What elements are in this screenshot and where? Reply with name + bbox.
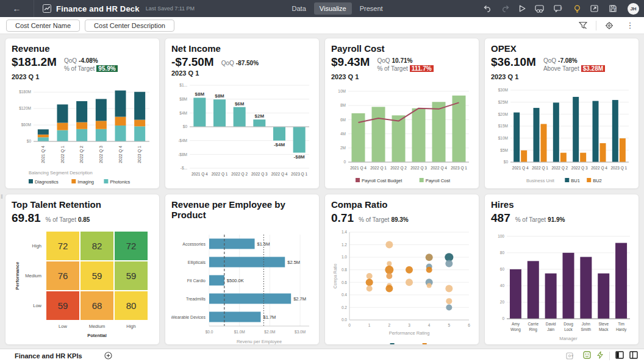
svg-text:-$...: -$... [181, 166, 187, 170]
tab-visualize[interactable]: Visualize [314, 2, 352, 15]
toggle-right-panel-icon[interactable] [629, 350, 638, 361]
svg-text:Diagnostics: Diagnostics [35, 179, 59, 185]
svg-text:2022 Q 2: 2022 Q 2 [551, 166, 568, 171]
svg-text:$2.7M: $2.7M [293, 296, 306, 302]
back-button[interactable]: ← [0, 0, 34, 17]
period-label: 2023 Q 1 [171, 69, 313, 77]
svg-text:-$8M: -$8M [294, 154, 306, 159]
svg-text:$2.5M: $2.5M [287, 260, 300, 265]
svg-text:$8M: $8M [195, 91, 205, 97]
filter-icon[interactable] [575, 18, 591, 33]
svg-text:2021 Q 4: 2021 Q 4 [191, 172, 208, 177]
svg-text:Photonics: Photonics [110, 179, 130, 185]
card-revenue-per-employee: Revenue per Employee by Product $0.0$1.0… [165, 194, 320, 345]
svg-text:Potential: Potential [87, 333, 107, 338]
svg-text:1.0: 1.0 [342, 255, 347, 259]
svg-text:Medium: Medium [25, 273, 41, 279]
svg-text:2: 2 [388, 323, 391, 327]
page-tab-finance-hr-kpis[interactable]: Finance and HR KPIs [6, 351, 87, 361]
schedule-refresh-icon[interactable] [531, 1, 547, 16]
svg-text:$1.0M: $1.0M [234, 330, 245, 334]
svg-text:76: 76 [58, 270, 68, 280]
svg-text:$30M: $30M [498, 88, 508, 92]
hires-chart[interactable]: 020406080100AmyWongCarrieRingDavidJainDo… [491, 229, 632, 345]
svg-text:40: 40 [500, 283, 505, 288]
svg-text:20: 20 [500, 300, 505, 304]
app-badge-icon[interactable] [583, 350, 591, 361]
svg-text:0.0: 0.0 [342, 318, 347, 322]
svg-text:2023 Q 1: 2023 Q 1 [610, 166, 627, 171]
svg-text:$6M: $6M [235, 101, 245, 107]
svg-text:0.8: 0.8 [342, 268, 347, 272]
kebab-menu-icon[interactable]: ⋮ [622, 18, 638, 33]
comments-icon[interactable]: ▾ [548, 1, 568, 16]
retention-heatmap[interactable]: 728272765959596880HighMediumLowLowMedium… [12, 229, 153, 344]
svg-text:$0: $0 [27, 139, 32, 143]
divider [609, 352, 610, 360]
save-icon[interactable]: ▾ [603, 1, 623, 16]
redo-icon[interactable] [497, 1, 513, 16]
target-badge: $3.28M [581, 65, 605, 72]
svg-text:$0: $0 [504, 160, 509, 164]
opex-chart[interactable]: $0$5M$10M$15M$20M$25M$30M2021 Q 42022 Q … [491, 83, 632, 188]
tab-data[interactable]: Data [287, 2, 312, 15]
play-icon[interactable] [514, 1, 530, 16]
svg-text:80: 80 [126, 300, 137, 310]
card-compa-ratio: Compa Ratio 0.71 % of Target89.3% 0.00.2… [324, 194, 479, 345]
svg-text:2022 Q 1: 2022 Q 1 [370, 166, 387, 171]
svg-text:Imaging: Imaging [77, 179, 94, 185]
svg-text:2M: 2M [340, 146, 346, 150]
refresh-options-icon[interactable]: ▾ [562, 349, 578, 362]
row-drag-handle[interactable]: ‖ [1, 194, 4, 200]
compa-ratio-scatter[interactable]: 0.00.20.40.60.81.01.21.40123456Performan… [331, 229, 473, 345]
card-opex: OPEX $36.10M QoQ-7.08% Above Target$3.28… [484, 38, 639, 189]
svg-text:2022 Q 2: 2022 Q 2 [79, 146, 84, 163]
svg-text:2023 Q 1: 2023 Q 1 [137, 146, 142, 163]
add-page-icon[interactable] [104, 352, 112, 360]
svg-text:1.4: 1.4 [342, 230, 347, 234]
svg-text:$0.0: $0.0 [206, 330, 213, 334]
lightning-icon[interactable] [596, 350, 604, 361]
element-settings-icon[interactable] [601, 18, 617, 33]
kpi-value: 0.71 [331, 212, 354, 225]
card-title: Hires [491, 199, 632, 210]
svg-text:Wong: Wong [510, 327, 521, 332]
lightbulb-icon[interactable] [569, 1, 585, 16]
filter-chip-cost-center-description[interactable]: Cost Center Description [85, 20, 174, 32]
svg-text:8M: 8M [340, 103, 346, 107]
revenue-chart[interactable]: $0$60M$120M$180M2021 Q 42022 Q 12022 Q 2… [12, 83, 153, 188]
svg-text:Performance Rating: Performance Rating [389, 330, 430, 336]
payroll-cost-chart[interactable]: 02M4M6M8M10M2021 Q 42022 Q 12022 Q 22022… [331, 83, 473, 188]
tab-present[interactable]: Present [354, 2, 388, 15]
target-badge: 111.7% [410, 65, 434, 72]
filter-chip-cost-center-name[interactable]: Cost Center Name [6, 20, 80, 32]
svg-text:Payroll Cost: Payroll Cost [426, 178, 451, 183]
svg-text:Ellipticals: Ellipticals [188, 260, 206, 265]
svg-text:Fit Cardio: Fit Cardio [187, 279, 206, 283]
toolbar-actions: ▾ ▾ JH [480, 1, 644, 16]
svg-text:68: 68 [92, 300, 102, 310]
net-income-chart[interactable]: $1...$8M$4M$0-$4M-$8M-$...$8M$8M$6M$2M-$… [171, 79, 313, 184]
svg-text:$0: $0 [183, 124, 188, 129]
undo-icon[interactable] [480, 1, 496, 16]
svg-text:2022 Q 4: 2022 Q 4 [118, 146, 123, 163]
svg-text:Payroll Cost Budget: Payroll Cost Budget [362, 178, 402, 183]
svg-text:0: 0 [502, 316, 504, 321]
card-net-income: Net Income -$7.50M QoQ-87.50% 2023 Q 1 $… [165, 38, 320, 189]
page-bar: Finance and HR KPIs ▾ [0, 349, 644, 362]
revenue-per-employee-chart[interactable]: $0.0$1.0M$2.0M$3.0MAccessories$1.5MEllip… [171, 231, 313, 345]
svg-text:2022 Q 1: 2022 Q 1 [212, 172, 228, 177]
svg-text:2022 Q 2: 2022 Q 2 [231, 172, 248, 177]
kpi-value: $181.2M [12, 56, 57, 69]
svg-text:$1...: $1... [179, 83, 187, 87]
svg-text:1: 1 [368, 323, 371, 327]
svg-text:2023 Q 1: 2023 Q 1 [451, 166, 467, 171]
svg-text:0: 0 [343, 160, 346, 164]
svg-text:6M: 6M [340, 118, 346, 122]
svg-text:Manager: Manager [559, 336, 578, 341]
svg-text:$25M: $25M [498, 100, 508, 104]
open-window-icon[interactable] [586, 1, 602, 16]
divider [596, 21, 596, 30]
user-avatar[interactable]: JH [628, 3, 639, 15]
toggle-left-panel-icon[interactable] [615, 350, 624, 361]
